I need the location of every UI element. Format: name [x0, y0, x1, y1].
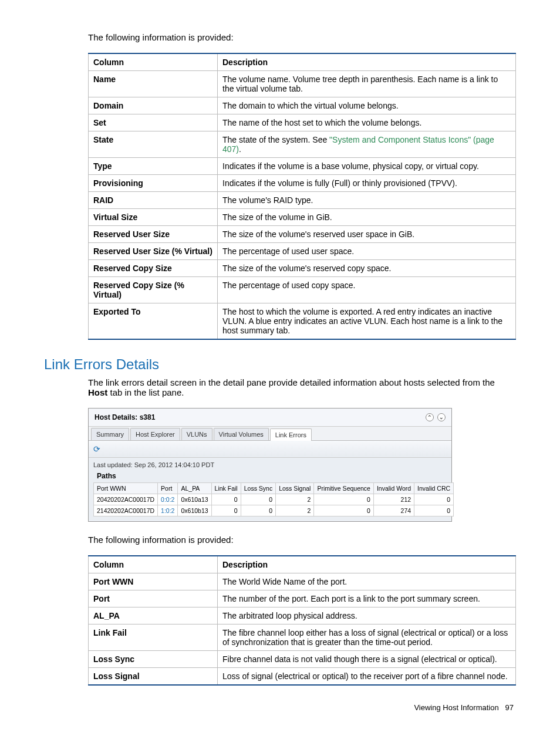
- panel-header: Host Details: s381 ⌃ ⌄: [89, 409, 451, 427]
- table-row: AL_PAThe arbitrated loop physical addres…: [89, 607, 516, 625]
- table-row: PortThe number of the port. Each port is…: [89, 590, 516, 607]
- linkfail-cell: 0: [211, 494, 241, 505]
- description-cell: The number of the port. Each port is a l…: [218, 590, 516, 607]
- description-cell: The state of the system. See "System and…: [218, 131, 516, 158]
- table2-head-desc: Description: [218, 556, 516, 573]
- refresh-icon[interactable]: ⟳: [93, 444, 100, 454]
- losssignal-cell: 2: [276, 494, 314, 505]
- paths-column-header: Link Fail: [211, 483, 241, 494]
- port-link-cell[interactable]: 1:0:2: [158, 505, 178, 517]
- table-row: Exported ToThe host to which the volume …: [89, 303, 516, 340]
- footer-text: Viewing Host Information: [414, 703, 498, 712]
- description-cell: The name of the host set to which the vo…: [218, 114, 516, 131]
- paths-column-header: Port WWN: [94, 483, 158, 494]
- section-text-pre: The link errors detail screen in the det…: [88, 377, 495, 387]
- table1-head-desc: Description: [218, 53, 516, 71]
- column-name-cell: Provisioning: [89, 175, 218, 192]
- section-text-bold: Host: [88, 387, 107, 397]
- column-name-cell: Reserved Copy Size (% Virtual): [89, 277, 218, 303]
- footer-page: 97: [505, 703, 514, 712]
- expand-down-icon[interactable]: ⌄: [437, 413, 446, 421]
- paths-column-header: AL_PA: [178, 483, 211, 494]
- page-footer: Viewing Host Information 97: [44, 703, 516, 712]
- invalid-word-cell: 212: [373, 494, 414, 505]
- column-name-cell: Reserved Copy Size: [89, 260, 218, 277]
- table-row: SetThe name of the host set to which the…: [89, 114, 516, 131]
- tab-host-explorer[interactable]: Host Explorer: [130, 428, 180, 440]
- invalid-crc-cell: 0: [414, 494, 454, 505]
- paths-label: Paths: [89, 470, 451, 482]
- description-cell: Fibre channel data is not valid though t…: [218, 651, 516, 668]
- volume-columns-table: Column Description NameThe volume name. …: [88, 53, 516, 340]
- table-row: Loss SignalLoss of signal (electrical or…: [89, 668, 516, 686]
- section-heading: Link Errors Details: [44, 356, 516, 373]
- description-cell: The arbitrated loop physical address.: [218, 607, 516, 625]
- paths-table: Port WWNPortAL_PALink FailLoss SyncLoss …: [93, 482, 454, 517]
- column-name-cell: Loss Sync: [89, 651, 218, 668]
- description-cell: The size of the volume in GiB.: [218, 209, 516, 226]
- description-cell: Indicates if the volume is fully (Full) …: [218, 175, 516, 192]
- panel-title: Host Details: s381: [95, 413, 155, 421]
- table-row: Reserved User Size (% Virtual)The percen…: [89, 243, 516, 260]
- paths-column-header: Primitive Sequence: [314, 483, 373, 494]
- column-name-cell: Name: [89, 71, 218, 97]
- losssync-cell: 0: [241, 494, 275, 505]
- tab-link-errors[interactable]: Link Errors: [270, 428, 312, 441]
- description-cell: The host to which the volume is exported…: [218, 303, 516, 340]
- column-name-cell: Port: [89, 590, 218, 607]
- description-cell: The size of the volume's reserved user s…: [218, 226, 516, 243]
- linkfail-cell: 0: [211, 505, 241, 517]
- column-name-cell: Port WWN: [89, 573, 218, 590]
- tab-summary[interactable]: Summary: [91, 428, 129, 440]
- tab-virtual-volumes[interactable]: Virtual Volumes: [214, 428, 269, 440]
- port-link[interactable]: 1:0:2: [161, 507, 174, 514]
- description-cell: The volume's RAID type.: [218, 192, 516, 209]
- paths-column-header: Loss Signal: [276, 483, 314, 494]
- table-row: Port WWNThe World Wide Name of the port.: [89, 573, 516, 590]
- port-wwn-cell: 21420202AC00017D: [94, 505, 158, 517]
- column-name-cell: Type: [89, 158, 218, 175]
- column-name-cell: State: [89, 131, 218, 158]
- column-name-cell: Exported To: [89, 303, 218, 340]
- table-row: Loss SyncFibre channel data is not valid…: [89, 651, 516, 668]
- column-name-cell: Reserved User Size (% Virtual): [89, 243, 218, 260]
- description-cell: The volume name. Volume tree depth in pa…: [218, 71, 516, 97]
- port-link[interactable]: 0:0:2: [161, 496, 174, 503]
- tab-vluns[interactable]: VLUNs: [181, 428, 212, 440]
- table-row: NameThe volume name. Volume tree depth i…: [89, 71, 516, 97]
- table-row: DomainThe domain to which the virtual vo…: [89, 97, 516, 114]
- column-name-cell: RAID: [89, 192, 218, 209]
- description-cell: The World Wide Name of the port.: [218, 573, 516, 590]
- table-row: Reserved User SizeThe size of the volume…: [89, 226, 516, 243]
- column-name-cell: Domain: [89, 97, 218, 114]
- alpa-cell: 0x610b13: [178, 505, 211, 517]
- primitive-seq-cell: 0: [314, 505, 373, 517]
- collapse-up-icon[interactable]: ⌃: [426, 413, 434, 421]
- description-cell: Loss of signal (electrical or optical) t…: [218, 668, 516, 686]
- table-row: Link FailThe fibre channel loop either h…: [89, 625, 516, 651]
- last-updated-text: Last updated: Sep 26, 2012 14:04:10 PDT: [89, 458, 451, 470]
- invalid-crc-cell: 0: [414, 505, 454, 517]
- losssignal-cell: 2: [276, 505, 314, 517]
- port-wwn-cell: 20420202AC00017D: [94, 494, 158, 505]
- table-row: Reserved Copy SizeThe size of the volume…: [89, 260, 516, 277]
- paths-column-header: Invalid CRC: [414, 483, 454, 494]
- table-row: Virtual SizeThe size of the volume in Gi…: [89, 209, 516, 226]
- table-row: Reserved Copy Size (% Virtual)The percen…: [89, 277, 516, 303]
- description-cell: The percentage of used user space.: [218, 243, 516, 260]
- description-cell: The size of the volume's reserved copy s…: [218, 260, 516, 277]
- panel-tabs: SummaryHost ExplorerVLUNsVirtual Volumes…: [89, 427, 451, 441]
- table-row: ProvisioningIndicates if the volume is f…: [89, 175, 516, 192]
- table-row: 21420202AC00017D1:0:20x610b1300202740: [94, 505, 454, 517]
- table-row: StateThe state of the system. See "Syste…: [89, 131, 516, 158]
- link-errors-columns-table: Column Description Port WWNThe World Wid…: [88, 555, 516, 686]
- port-link-cell[interactable]: 0:0:2: [158, 494, 178, 505]
- paths-column-header: Port: [158, 483, 178, 494]
- column-name-cell: Reserved User Size: [89, 226, 218, 243]
- table2-head-col: Column: [89, 556, 218, 573]
- table-row: TypeIndicates if the volume is a base vo…: [89, 158, 516, 175]
- table-row: RAIDThe volume's RAID type.: [89, 192, 516, 209]
- paths-column-header: Invalid Word: [373, 483, 414, 494]
- column-name-cell: AL_PA: [89, 607, 218, 625]
- losssync-cell: 0: [241, 505, 275, 517]
